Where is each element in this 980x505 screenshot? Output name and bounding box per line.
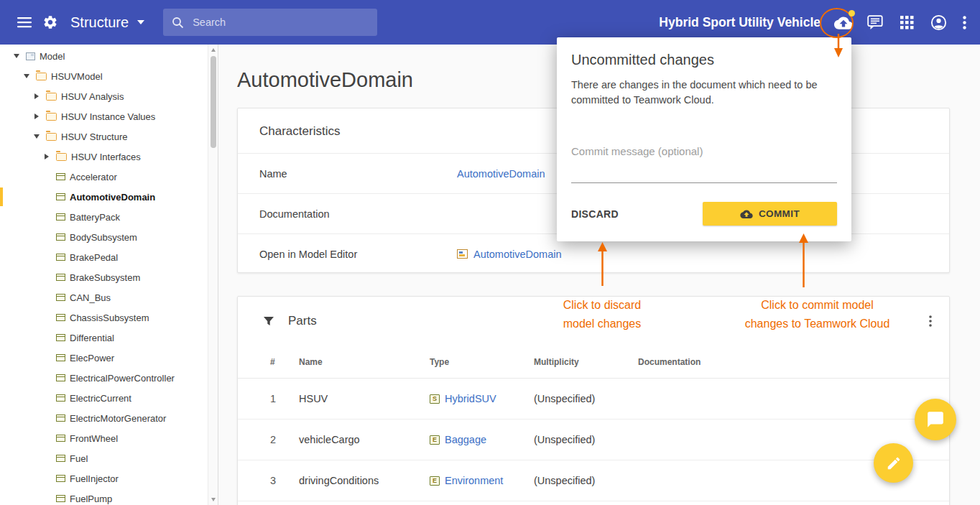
more-vertical-icon	[963, 16, 966, 29]
tree-item-label: ElectricCurrent	[70, 393, 131, 404]
block-icon	[56, 294, 65, 301]
tree-item-hsuv-analysis[interactable]: HSUV Analysis	[0, 86, 218, 106]
part-type-link[interactable]: Environment	[445, 475, 503, 486]
block-icon	[56, 233, 65, 241]
parts-title: Parts	[288, 314, 317, 328]
tree-item-elecpower[interactable]: ElecPower	[0, 348, 218, 368]
tree-item-bodysubsystem[interactable]: BodySubsystem	[0, 227, 218, 247]
tree-item-hsuv-interfaces[interactable]: HSUV Interfaces	[0, 147, 218, 167]
model-tree-sidebar: Model HSUVModel HSUV Analysis HSUV Insta…	[0, 45, 218, 505]
tree-item-fuel[interactable]: Fuel	[0, 448, 218, 468]
name-value-link[interactable]: AutomotiveDomain	[457, 168, 545, 180]
scrollbar-thumb[interactable]	[211, 56, 216, 148]
document-title: Hybrid Sport Utility Vehicle	[659, 15, 820, 30]
tree-item-label: FuelPump	[70, 494, 112, 504]
comments-fab[interactable]	[915, 399, 956, 440]
more-vertical-icon	[929, 315, 932, 327]
column-header-num: #	[270, 357, 299, 367]
expand-caret[interactable]	[11, 54, 22, 58]
edit-fab[interactable]	[874, 443, 913, 483]
tree-item-differential[interactable]: Differential	[0, 328, 218, 348]
tree-item-label: Fuel	[70, 453, 88, 464]
folder-icon	[36, 73, 47, 80]
part-name: drivingConditions	[299, 475, 430, 486]
cloud-upload-icon	[834, 15, 853, 29]
tree-item-label: BatteryPack	[70, 212, 120, 223]
folder-icon	[56, 153, 67, 161]
part-name: vehicleCargo	[299, 434, 430, 445]
block-icon	[56, 435, 65, 442]
expand-caret[interactable]	[42, 154, 52, 159]
expand-caret[interactable]	[22, 74, 32, 78]
apps-grid-icon	[900, 16, 914, 29]
part-type-link[interactable]: HybridSUV	[445, 393, 496, 404]
discard-button[interactable]: DISCARD	[571, 203, 624, 226]
tree-item-brakepedal[interactable]: BrakePedal	[0, 247, 218, 267]
account-button[interactable]	[923, 6, 954, 38]
menu-button[interactable]	[11, 9, 37, 35]
cloud-upload-icon	[740, 209, 753, 218]
tree-item-hsuv-structure[interactable]: HSUV Structure	[0, 126, 218, 147]
commit-button[interactable]: COMMIT	[703, 202, 837, 226]
tree-item-fuelpump[interactable]: FuelPump	[0, 488, 218, 505]
tree-item-accelerator[interactable]: Accelerator	[0, 167, 218, 187]
settings-button[interactable]	[37, 9, 63, 35]
scroll-down-arrow-icon[interactable]	[211, 498, 216, 501]
folder-icon	[46, 113, 57, 121]
tree-item-label: CAN_Bus	[70, 292, 111, 303]
expand-caret[interactable]	[32, 113, 42, 119]
tree-item-hsuvmodel[interactable]: HSUVModel	[0, 66, 218, 86]
commit-changes-button[interactable]	[828, 6, 859, 38]
tree-item-label: Model	[40, 51, 65, 62]
tree-item-electricalpowercontroller[interactable]: ElectricalPowerController	[0, 368, 218, 388]
uncommitted-changes-badge	[849, 10, 855, 17]
tree-item-label: HSUV Analysis	[61, 91, 124, 102]
parts-table-row: 3 drivingConditions E Environment (Unspe…	[238, 460, 949, 501]
commit-message-input[interactable]	[571, 157, 837, 183]
tree-item-can-bus[interactable]: CAN_Bus	[0, 287, 218, 307]
scroll-up-arrow-icon[interactable]	[211, 48, 216, 52]
open-in-model-editor-link[interactable]: AutomotiveDomain	[473, 249, 562, 260]
comments-button[interactable]	[859, 6, 891, 38]
tree-item-model[interactable]: Model	[0, 46, 218, 66]
tree-item-electriccurrent[interactable]: ElectricCurrent	[0, 388, 218, 408]
tree-item-brakesubsystem[interactable]: BrakeSubsystem	[0, 267, 218, 287]
tree-item-label: BrakePedal	[70, 252, 118, 263]
expand-caret[interactable]	[32, 134, 42, 139]
expand-caret[interactable]	[32, 93, 42, 99]
chat-bubble-icon	[926, 410, 945, 429]
block-icon	[56, 455, 65, 462]
part-type-link[interactable]: Baggage	[445, 434, 486, 445]
commit-button-label: COMMIT	[759, 208, 800, 219]
sidebar-scrollbar[interactable]	[208, 45, 218, 505]
tree-item-label: HSUVModel	[51, 71, 103, 82]
tree-item-automotivedomain[interactable]: AutomotiveDomain	[0, 187, 218, 207]
gear-icon	[42, 14, 58, 30]
more-options-button[interactable]	[954, 6, 974, 38]
parts-more-options-button[interactable]	[922, 312, 939, 330]
tree-item-fuelinjector[interactable]: FuelInjector	[0, 468, 218, 488]
tree-item-electricmotorgenerator[interactable]: ElectricMotorGenerator	[0, 408, 218, 428]
tree-item-frontwheel[interactable]: FrontWheel	[0, 428, 218, 448]
tree-item-chassissubsystem[interactable]: ChassisSubsystem	[0, 307, 218, 328]
apps-button[interactable]	[891, 6, 923, 38]
block-badge-icon: S	[430, 394, 440, 404]
tree-item-hsuv-instance-values[interactable]: HSUV Instance Values	[0, 106, 218, 126]
tree-item-batterypack[interactable]: BatteryPack	[0, 207, 218, 227]
block-icon	[56, 334, 65, 341]
nav-title: Structure	[70, 14, 129, 31]
block-icon	[56, 193, 65, 200]
filter-icon[interactable]	[263, 316, 274, 327]
part-name: HSUV	[299, 393, 430, 404]
part-multiplicity: (Unspecified)	[534, 434, 638, 445]
page-title: AutomotiveDomain	[237, 68, 413, 92]
search-box[interactable]	[163, 9, 377, 36]
search-input[interactable]	[193, 17, 369, 28]
selected-item-indicator	[0, 187, 3, 206]
tree-item-label: ElectricalPowerController	[70, 373, 175, 384]
dialog-title: Uncommitted changes	[571, 37, 837, 68]
nav-dropdown-caret-icon[interactable]	[137, 20, 144, 24]
tree-item-label: Accelerator	[70, 172, 117, 182]
part-multiplicity: (Unspecified)	[534, 475, 638, 486]
block-icon	[56, 254, 65, 261]
